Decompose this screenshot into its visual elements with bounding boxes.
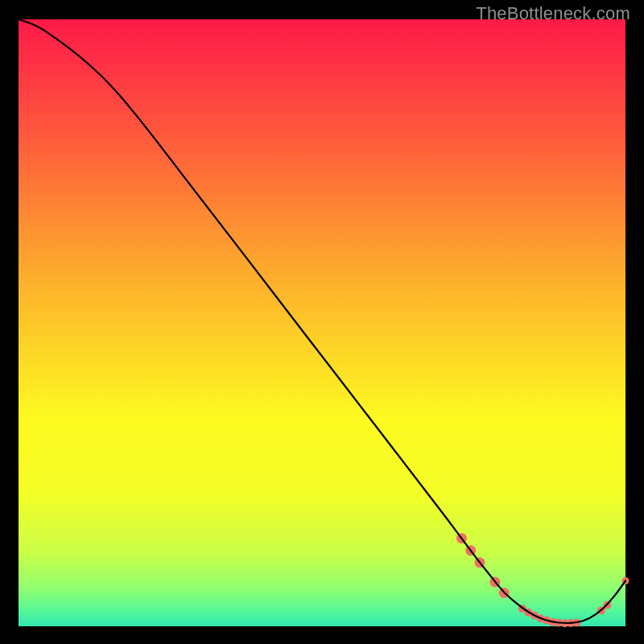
bottleneck-curve <box>19 19 625 623</box>
watermark-text: TheBottleneck.com <box>476 3 630 24</box>
marker-layer <box>456 533 630 627</box>
chart-svg <box>19 19 625 626</box>
chart-area: TheBottleneck.com <box>19 19 625 626</box>
